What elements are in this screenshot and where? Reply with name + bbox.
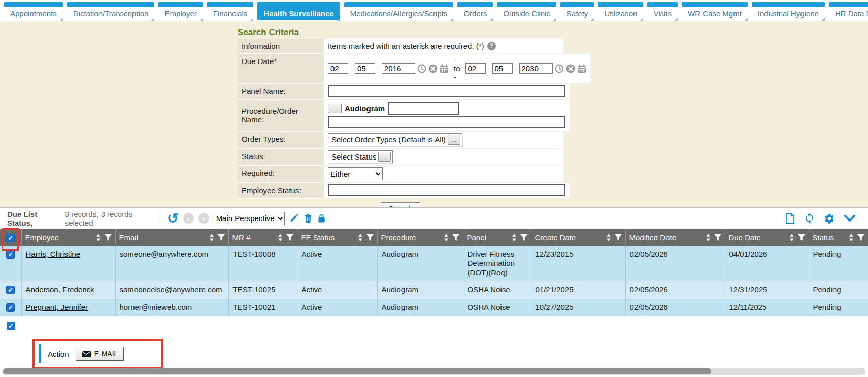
lock-icon[interactable] — [317, 213, 326, 223]
filter-icon[interactable] — [452, 234, 459, 241]
horizontal-scrollbar-thumb[interactable] — [3, 368, 711, 374]
status-row: Status: Select Status ... — [238, 149, 563, 166]
clock-icon[interactable] — [555, 64, 564, 73]
row-checkbox[interactable] — [6, 303, 15, 312]
filter-icon[interactable] — [615, 234, 622, 241]
status-more-button[interactable]: ... — [378, 152, 391, 162]
column-header-create-date[interactable]: Create Date — [531, 229, 625, 246]
delete-perspective-icon[interactable] — [304, 213, 313, 223]
sort-icon[interactable] — [96, 234, 101, 241]
status-value: Select Status — [331, 152, 376, 161]
tab-financials[interactable]: Financials — [207, 2, 254, 20]
help-icon[interactable] — [487, 42, 496, 50]
select-all-footer-checkbox[interactable] — [7, 322, 15, 330]
column-header-due-date[interactable]: Due Date — [725, 229, 809, 246]
tab-industrial-hygiene[interactable]: Industrial Hygiene — [752, 2, 825, 20]
column-header-procedure[interactable]: Procedure — [377, 229, 463, 246]
remove-procedure-button[interactable]: — — [328, 104, 342, 114]
select-all-checkbox[interactable] — [6, 234, 15, 242]
filter-icon[interactable] — [105, 234, 112, 241]
column-header-mr[interactable]: MR # — [228, 229, 297, 246]
sort-icon[interactable] — [849, 234, 854, 241]
sort-icon[interactable] — [209, 234, 214, 241]
sort-icon[interactable] — [789, 234, 794, 241]
edit-perspective-icon[interactable] — [289, 213, 299, 223]
tab-dictation-transcription[interactable]: Dictation/Transcription — [67, 2, 155, 20]
filter-icon[interactable] — [218, 234, 225, 241]
create-date-cell: 12/23/2015 — [531, 246, 625, 281]
required-select[interactable]: Either — [328, 167, 383, 180]
sort-icon[interactable] — [606, 234, 611, 241]
tab-outside-clinic[interactable]: Outside Clinic — [497, 2, 556, 20]
refresh-icon[interactable] — [804, 212, 815, 224]
sort-icon[interactable] — [706, 234, 711, 241]
column-header-panel[interactable]: Panel — [463, 229, 531, 246]
sort-icon[interactable] — [278, 234, 283, 241]
employee-status-input[interactable] — [328, 184, 565, 196]
undo-icon[interactable] — [167, 213, 179, 224]
column-header-employee[interactable]: Employee — [21, 229, 115, 246]
sort-icon[interactable] — [358, 234, 363, 241]
filter-icon[interactable] — [366, 234, 374, 241]
column-header-status[interactable]: Status — [809, 229, 868, 246]
date-hyphen: - — [488, 64, 490, 73]
sort-icon[interactable] — [444, 234, 449, 241]
order-types-picker[interactable]: Select Order Types (Default is All) ... — [328, 133, 462, 146]
tab-orders[interactable]: Orders — [457, 2, 493, 20]
tab-medications-allergies-scripts[interactable]: Medications/Allergies/Scripts — [344, 2, 454, 20]
filter-icon[interactable] — [857, 234, 864, 241]
tab-employer[interactable]: Employer — [158, 2, 203, 20]
tab-hr-data-feed[interactable]: HR Data Feed — [829, 2, 868, 20]
clock-icon[interactable] — [417, 64, 426, 73]
employee-link[interactable]: Pregnant, Jennifer — [26, 303, 88, 311]
procedure-name-input[interactable] — [328, 116, 565, 128]
column-header-ee-status[interactable]: EE Status — [297, 229, 377, 246]
previous-page-icon[interactable] — [183, 213, 194, 224]
next-page-icon[interactable] — [198, 213, 209, 224]
employee-link[interactable]: Anderson, Frederick — [26, 285, 94, 294]
tab-label: Industrial Hygiene — [758, 9, 819, 18]
tab-visits[interactable]: Visits — [647, 2, 678, 20]
perspective-select[interactable]: Main Perspective — [214, 212, 285, 225]
table-row: Pregnant, Jennifer horner@mieweb.com TES… — [0, 299, 868, 316]
tab-safety[interactable]: Safety — [560, 2, 594, 20]
status-picker[interactable]: Select Status ... — [328, 150, 393, 164]
tab-health-surveillance[interactable]: Health Surveillance — [257, 2, 340, 20]
panel-name-input[interactable] — [328, 85, 565, 97]
due-date-from-year-input[interactable] — [382, 63, 415, 74]
tab-utilization[interactable]: Utilization — [598, 2, 643, 20]
due-date-to-day-input[interactable] — [492, 63, 513, 74]
tab-appointments[interactable]: Appointments — [4, 2, 63, 20]
clear-date-icon[interactable] — [566, 64, 575, 73]
new-document-icon[interactable] — [785, 213, 795, 224]
horizontal-scrollbar[interactable] — [2, 368, 865, 375]
gear-icon[interactable] — [824, 213, 835, 224]
employee-link[interactable]: Harris, Christine — [26, 249, 81, 258]
column-header-email[interactable]: Email — [115, 229, 228, 246]
email-button[interactable]: E-MAIL — [76, 347, 124, 361]
column-header-modified-date[interactable]: Modified Date — [625, 229, 725, 246]
action-label: Action — [48, 350, 69, 358]
collapse-chevron-icon[interactable] — [844, 214, 856, 223]
clear-date-icon[interactable] — [428, 64, 438, 73]
row-checkbox[interactable] — [6, 286, 15, 294]
due-date-to-month-input[interactable] — [465, 63, 486, 74]
filter-icon[interactable] — [520, 234, 527, 241]
modified-date-cell: 02/05/2026 — [625, 299, 725, 316]
tab-wr-case-mgmt[interactable]: WR Case Mgmt — [682, 2, 748, 20]
due-date-from-day-input[interactable] — [355, 63, 375, 74]
top-tab-bar: Appointments Dictation/Transcription Emp… — [0, 0, 868, 21]
filter-icon[interactable] — [286, 234, 293, 241]
table-row: Anderson, Frederick someoneelse@anywhere… — [0, 281, 868, 299]
due-date-from-month-input[interactable] — [328, 63, 348, 74]
order-types-more-button[interactable]: ... — [448, 135, 460, 145]
row-checkbox[interactable] — [6, 250, 15, 259]
filter-icon[interactable] — [714, 234, 721, 241]
selected-procedure: Audiogram — [345, 104, 385, 113]
filter-icon[interactable] — [798, 234, 805, 241]
procedure-search-input[interactable] — [388, 102, 459, 115]
calendar-icon[interactable] — [577, 64, 586, 73]
sort-icon[interactable] — [512, 234, 517, 241]
calendar-icon[interactable] — [440, 64, 449, 73]
due-date-to-year-input[interactable] — [519, 63, 553, 74]
